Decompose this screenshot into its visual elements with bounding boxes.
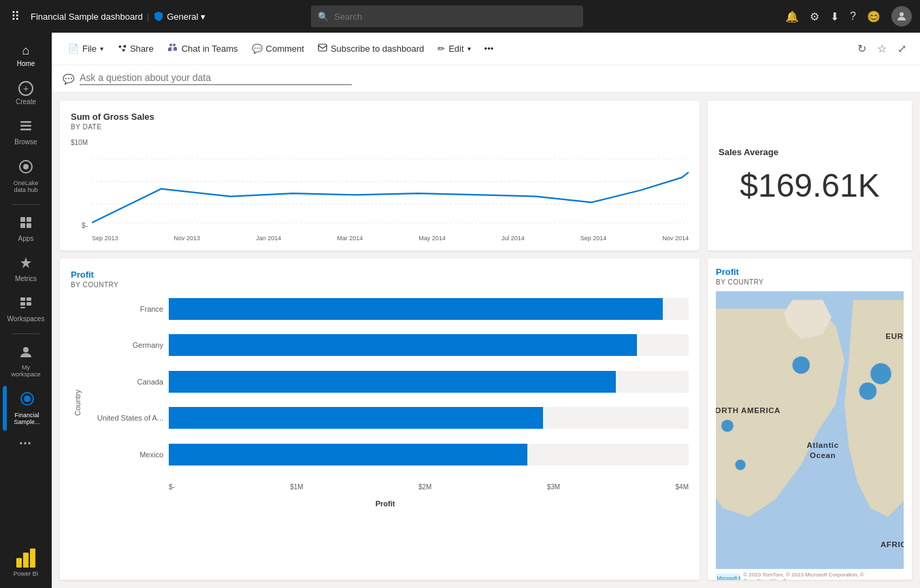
file-button[interactable]: 📄 File ▾ (63, 41, 109, 56)
myworkspace-icon (19, 345, 33, 362)
bar-fill-germany (169, 334, 637, 356)
help-icon[interactable]: ? (850, 10, 856, 22)
sidebar-item-create[interactable]: + Create (3, 76, 49, 111)
fullscreen-icon[interactable]: ⤢ (895, 39, 909, 58)
svg-rect-11 (27, 297, 31, 301)
bar-rows: France Germany Canada (82, 294, 689, 512)
gross-sales-title: Sum of Gross Sales (71, 112, 689, 122)
bar-track-usa (169, 407, 689, 429)
more-options-icon: ••• (484, 44, 494, 54)
x-tick-sep14: Sep 2014 (580, 235, 607, 242)
sidebar: ⌂ Home + Create Browse OneLake data hub … (0, 33, 52, 588)
comment-button[interactable]: 💬 Comment (246, 41, 310, 56)
top-navigation: ⠿ Financial Sample dashboard | General ▾… (0, 0, 920, 33)
svg-rect-14 (20, 307, 25, 308)
favorite-icon[interactable]: ☆ (874, 39, 889, 58)
share-button[interactable]: Share (112, 40, 159, 57)
x-axis: Sep 2013 Nov 2013 Jan 2014 Mar 2014 May … (92, 235, 689, 242)
qa-icon: 💬 (63, 74, 74, 84)
sales-average-card[interactable]: Sales Average $169.61K (708, 101, 912, 250)
search-input[interactable] (334, 12, 576, 22)
svg-rect-1 (20, 121, 31, 123)
map-bubble-usa (793, 357, 810, 374)
map-area[interactable]: Atlantic Ocean NORTH AMERICA EUROPE AFRI… (716, 291, 904, 569)
more-button[interactable]: ••• (479, 41, 499, 56)
workspace-chevron: ▾ (201, 12, 206, 22)
sidebar-item-metrics[interactable]: Metrics (3, 250, 49, 288)
profit-map-title: Profit (716, 267, 904, 277)
sidebar-item-more[interactable]: ••• (3, 434, 49, 455)
edit-button[interactable]: ✏ Edit ▾ (432, 41, 476, 56)
svg-rect-19 (23, 553, 29, 568)
qa-input[interactable] (80, 72, 352, 85)
svg-rect-10 (20, 297, 25, 301)
sidebar-label-metrics: Metrics (15, 275, 37, 282)
chat-in-teams-button[interactable]: Chat in Teams (162, 39, 244, 58)
subscribe-button[interactable]: Subscribe to dashboard (312, 40, 429, 57)
y-tick-10m: $10M (71, 139, 88, 146)
svg-text:AFRICA: AFRICA (881, 540, 904, 549)
svg-rect-20 (30, 549, 35, 568)
notification-icon[interactable]: 🔔 (785, 10, 799, 23)
sales-avg-title: Sales Average (719, 147, 901, 157)
waffle-menu-icon[interactable]: ⠿ (8, 6, 22, 27)
x-tick-nov13: Nov 2013 (174, 235, 201, 242)
apps-icon (19, 216, 33, 233)
download-icon[interactable]: ⬇ (830, 10, 839, 23)
edit-icon: ✏ (438, 44, 445, 54)
x-tick-sep13: Sep 2013 (92, 235, 118, 242)
svg-rect-7 (27, 217, 31, 222)
map-copyright: © 2023 TomTom, © 2023 Microsoft Corporat… (743, 572, 904, 580)
settings-icon[interactable]: ⚙ (810, 10, 819, 23)
search-bar[interactable]: 🔍 (311, 5, 583, 27)
bar-fill-france (169, 298, 663, 320)
gross-sales-chart-area: $10M $- Sep 2013 Nov 201 (71, 136, 689, 242)
sidebar-bottom: Power BI (14, 540, 39, 583)
svg-point-5 (23, 164, 29, 169)
chart-container: Sep 2013 Nov 2013 Jan 2014 Mar 2014 May … (92, 136, 689, 242)
svg-rect-12 (20, 302, 25, 306)
bar-fill-canada (169, 371, 616, 393)
profit-map-subtitle: BY COUNTRY (716, 278, 904, 286)
svg-point-0 (900, 12, 904, 16)
bar-row-germany: Germany (82, 334, 689, 356)
avatar[interactable] (891, 6, 912, 27)
more-icon: ••• (20, 439, 33, 448)
svg-rect-2 (20, 125, 31, 127)
sales-avg-value: $169.61K (740, 167, 880, 204)
sidebar-item-browse[interactable]: Browse (3, 114, 49, 151)
feedback-icon[interactable]: 😊 (867, 10, 881, 23)
gross-sales-card[interactable]: Sum of Gross Sales BY DATE $10M $- (60, 101, 700, 250)
sidebar-item-myworkspace[interactable]: My workspace (3, 340, 49, 383)
sidebar-item-apps[interactable]: Apps (3, 210, 49, 248)
x-tick-jan14: Jan 2014 (256, 235, 281, 242)
refresh-icon[interactable]: ↻ (855, 39, 869, 58)
map-footer: Microsoft Bing © 2023 TomTom, © 2023 Mic… (716, 572, 904, 580)
sidebar-label-apps: Apps (18, 235, 34, 242)
bar-row-usa: United States of A... (82, 407, 689, 429)
profit-map-card[interactable]: Profit BY COUNTRY Atlantic Ocea (708, 259, 912, 580)
svg-rect-9 (27, 223, 31, 228)
profit-bar-subtitle: BY COUNTRY (71, 281, 689, 289)
y-axis: $10M $- (71, 136, 92, 242)
svg-text:Atlantic: Atlantic (807, 441, 839, 449)
svg-text:NORTH AMERICA: NORTH AMERICA (716, 406, 781, 414)
map-bubble-canada (721, 420, 734, 432)
x-tick-may14: May 2014 (418, 235, 446, 242)
sidebar-item-home[interactable]: ⌂ Home (3, 38, 49, 73)
profit-bar-chart-area: Country France Germany (71, 294, 689, 512)
workspace-selector[interactable]: General ▾ (153, 11, 206, 22)
sidebar-item-workspaces[interactable]: Workspaces (3, 291, 49, 328)
sidebar-item-financial[interactable]: Financial Sample... (3, 386, 49, 431)
profit-bar-card[interactable]: Profit BY COUNTRY Country France German (60, 259, 700, 580)
svg-text:Microsoft Bing: Microsoft Bing (717, 575, 740, 580)
app-title-text: Financial Sample dashboard (31, 12, 143, 22)
sidebar-item-onelake[interactable]: OneLake data hub (3, 154, 49, 199)
x-tick-2m: $2M (418, 483, 431, 491)
x-tick-1m: $1M (290, 483, 303, 491)
bar-track-canada (169, 371, 689, 393)
search-icon: 🔍 (318, 12, 329, 22)
bar-label-france: France (82, 305, 163, 313)
subscribe-label: Subscribe to dashboard (331, 44, 424, 54)
bar-label-germany: Germany (82, 341, 163, 349)
